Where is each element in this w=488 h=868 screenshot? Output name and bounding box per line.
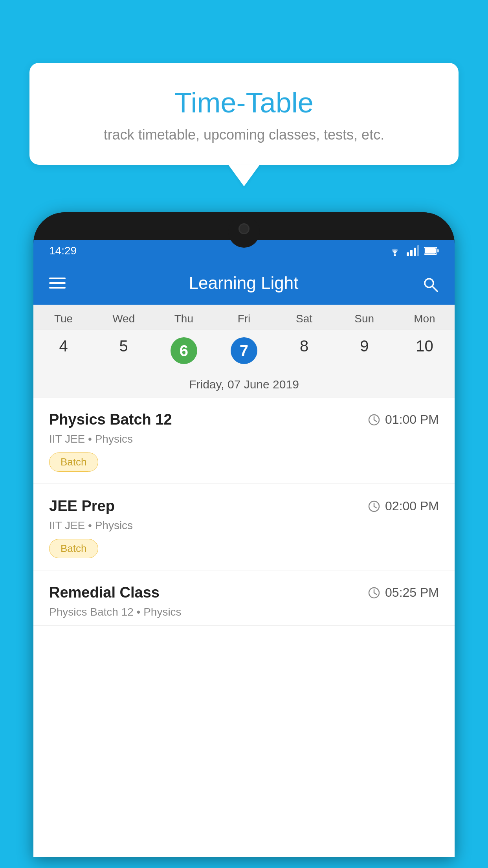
- speech-bubble-subtitle: track timetable, upcoming classes, tests…: [45, 127, 443, 143]
- day-label-mon: Mon: [394, 305, 455, 329]
- schedule-item-1-time-text: 01:00 PM: [385, 412, 439, 427]
- phone-top: [33, 212, 455, 240]
- schedule-item-2-time-text: 02:00 PM: [385, 499, 439, 513]
- date-cell-6[interactable]: 6: [154, 333, 214, 368]
- speech-bubble-tail: [228, 165, 260, 186]
- date-cell-7[interactable]: 7: [214, 333, 274, 368]
- speech-bubble: Time-Table track timetable, upcoming cla…: [29, 63, 459, 165]
- hamburger-line-1: [49, 278, 66, 279]
- status-time: 14:29: [49, 245, 77, 257]
- schedule-item-2-badge: Batch: [49, 539, 98, 558]
- svg-rect-2: [410, 250, 413, 256]
- schedule-item-3-time-text: 05:25 PM: [385, 585, 439, 600]
- svg-point-0: [394, 254, 396, 256]
- hamburger-line-3: [49, 287, 66, 289]
- clock-icon-3: [368, 587, 380, 599]
- hamburger-menu-icon[interactable]: [49, 278, 66, 289]
- phone-camera: [238, 223, 250, 234]
- schedule-item-1-badge: Batch: [49, 452, 98, 472]
- day-label-sat: Sat: [274, 305, 334, 329]
- schedule-item-1-header: Physics Batch 12 01:00 PM: [49, 411, 439, 428]
- date-cell-8[interactable]: 8: [274, 333, 334, 368]
- clock-icon-1: [368, 414, 380, 426]
- app-title: Learning Light: [81, 273, 406, 293]
- svg-rect-6: [437, 249, 439, 252]
- selected-circle: 7: [231, 337, 257, 364]
- day-label-sun: Sun: [334, 305, 394, 329]
- schedule-item-3[interactable]: Remedial Class 05:25 PM Physics Batch 12…: [33, 570, 455, 626]
- svg-rect-3: [414, 248, 416, 256]
- today-circle: 6: [171, 337, 197, 364]
- date-cell-9[interactable]: 9: [334, 333, 394, 368]
- day-label-tue: Tue: [33, 305, 94, 329]
- date-cell-4[interactable]: 4: [33, 333, 94, 368]
- schedule-item-1[interactable]: Physics Batch 12 01:00 PM IIT JEE • Phys…: [33, 397, 455, 484]
- schedule-item-1-subtitle: IIT JEE • Physics: [49, 433, 439, 445]
- day-label-wed: Wed: [94, 305, 154, 329]
- svg-line-18: [374, 593, 376, 594]
- dates-row: 4 5 6 7 8 9 10: [33, 329, 455, 372]
- schedule-item-2[interactable]: JEE Prep 02:00 PM IIT JEE • Physics Batc…: [33, 484, 455, 570]
- battery-icon: [424, 246, 439, 255]
- date-cell-10[interactable]: 10: [394, 333, 455, 368]
- svg-line-9: [433, 287, 437, 291]
- search-button[interactable]: [422, 273, 439, 293]
- day-label-thu: Thu: [154, 305, 214, 329]
- svg-rect-1: [407, 252, 409, 256]
- clock-icon-2: [368, 500, 380, 513]
- calendar-header: Tue Wed Thu Fri Sat Sun Mon 4 5 6 7: [33, 305, 455, 397]
- date-cell-5[interactable]: 5: [94, 333, 154, 368]
- schedule-item-3-subtitle: Physics Batch 12 • Physics: [49, 606, 439, 618]
- svg-point-8: [425, 279, 433, 287]
- schedule-item-3-time: 05:25 PM: [368, 585, 439, 600]
- day-label-fri: Fri: [214, 305, 274, 329]
- schedule-item-2-header: JEE Prep 02:00 PM: [49, 498, 439, 515]
- schedule-item-1-title: Physics Batch 12: [49, 411, 172, 428]
- selected-date-bar: Friday, 07 June 2019: [33, 372, 455, 397]
- phone-frame: 14:29: [33, 212, 455, 857]
- schedule-item-3-title: Remedial Class: [49, 584, 160, 601]
- phone-container: 14:29: [33, 212, 455, 868]
- speech-bubble-container: Time-Table track timetable, upcoming cla…: [29, 63, 459, 186]
- schedule-list: Physics Batch 12 01:00 PM IIT JEE • Phys…: [33, 397, 455, 626]
- schedule-item-3-header: Remedial Class 05:25 PM: [49, 584, 439, 601]
- speech-bubble-title: Time-Table: [45, 86, 443, 119]
- days-row: Tue Wed Thu Fri Sat Sun Mon: [33, 305, 455, 329]
- svg-rect-4: [417, 245, 419, 256]
- status-icons: [388, 245, 439, 256]
- schedule-item-2-title: JEE Prep: [49, 498, 115, 515]
- wifi-icon: [388, 245, 402, 256]
- schedule-item-2-time: 02:00 PM: [368, 499, 439, 513]
- schedule-item-1-time: 01:00 PM: [368, 412, 439, 427]
- svg-line-15: [374, 506, 376, 508]
- phone-screen: Tue Wed Thu Fri Sat Sun Mon 4 5 6 7: [33, 305, 455, 857]
- schedule-item-2-subtitle: IIT JEE • Physics: [49, 519, 439, 532]
- svg-line-12: [374, 420, 376, 421]
- hamburger-line-2: [49, 282, 66, 284]
- signal-icon: [407, 245, 419, 256]
- app-toolbar: Learning Light: [33, 261, 455, 305]
- svg-rect-7: [425, 248, 436, 254]
